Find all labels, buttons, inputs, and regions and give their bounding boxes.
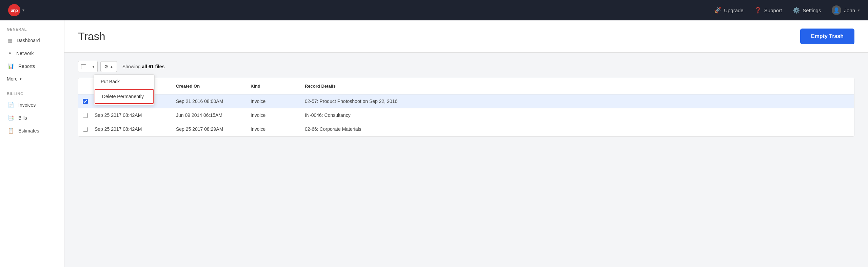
content-area: ▾ ⚙ ▲ Showing all 61 files Put Back Dele… (64, 53, 868, 145)
trash-table: Deleted Created On Kind Record Details S… (78, 78, 854, 137)
billing-section: BILLING 📄 Invoices 📑 Bills 📋 Estimates (0, 92, 64, 137)
table-row: Sep 25 2017 08:42AM Sep 25 2017 08:29AM … (78, 122, 854, 136)
reports-icon: 📊 (8, 63, 14, 69)
top-nav: anp ▾ 🚀 Upgrade ❓ Support ⚙️ Settings 👤 … (0, 0, 868, 20)
upgrade-label: Upgrade (724, 7, 744, 13)
table-row: Sep 25 2017 08:42AM Jun 09 2014 06:15AM … (78, 108, 854, 122)
gear-actions-button[interactable]: ⚙ ▲ (100, 61, 117, 72)
sidebar-item-dashboard[interactable]: ▦ Dashboard (0, 34, 64, 47)
page-header: Trash Empty Trash (64, 20, 868, 53)
row1-checkbox-cell[interactable] (78, 99, 92, 104)
row3-deleted: Sep 25 2017 08:42AM (92, 126, 173, 132)
actions-dropdown: Put Back Delete Permanently (94, 74, 155, 105)
invoices-icon: 📄 (8, 102, 14, 108)
row2-details: IN-0046: Consultancy (302, 112, 854, 118)
row1-created: Sep 21 2016 08:00AM (173, 99, 248, 104)
col-kind: Kind (248, 82, 302, 90)
table-header: Deleted Created On Kind Record Details (78, 78, 854, 94)
row2-deleted: Sep 25 2017 08:42AM (92, 112, 173, 118)
more-label: More (7, 76, 18, 82)
general-section-label: GENERAL (0, 27, 64, 34)
select-all-input[interactable] (81, 64, 86, 69)
more-chevron-icon: ▾ (20, 77, 22, 81)
row3-created: Sep 25 2017 08:29AM (173, 126, 248, 132)
row3-checkbox-cell[interactable] (78, 127, 92, 132)
user-menu[interactable]: 👤 John ▾ (832, 5, 860, 15)
support-icon: ❓ (754, 7, 762, 14)
user-name: John (844, 7, 855, 13)
gear-chevron-icon: ▲ (110, 65, 113, 69)
row1-kind: Invoice (248, 99, 302, 104)
row2-checkbox[interactable] (83, 113, 88, 118)
put-back-item[interactable]: Put Back (94, 75, 154, 88)
support-label: Support (764, 7, 782, 13)
row3-checkbox[interactable] (83, 127, 88, 132)
dashboard-icon: ▦ (8, 37, 13, 43)
col-checkbox (78, 82, 92, 90)
showing-text: Showing all 61 files (122, 64, 165, 69)
row2-checkbox-cell[interactable] (78, 113, 92, 118)
settings-nav-item[interactable]: ⚙️ Settings (793, 7, 821, 14)
layout: GENERAL ▦ Dashboard ✦ Network 📊 Reports … (0, 20, 868, 267)
sidebar-label-bills: Bills (18, 115, 27, 121)
row1-details: 02-57: Product Photoshoot on Sep 22, 201… (302, 99, 854, 104)
row1-checkbox[interactable] (83, 99, 88, 104)
estimates-icon: 📋 (8, 128, 14, 134)
settings-label: Settings (803, 7, 821, 13)
row2-created: Jun 09 2014 06:15AM (173, 112, 248, 118)
sidebar: GENERAL ▦ Dashboard ✦ Network 📊 Reports … (0, 20, 64, 267)
row3-kind: Invoice (248, 126, 302, 132)
upgrade-nav-item[interactable]: 🚀 Upgrade (714, 7, 744, 14)
table-row: Sep 25 2017 08:42AM Sep 21 2016 08:00AM … (78, 94, 854, 108)
logo-chevron-icon: ▾ (22, 8, 24, 13)
bills-icon: 📑 (8, 115, 14, 121)
sidebar-label-reports: Reports (18, 64, 35, 69)
logo-icon: anp (8, 4, 20, 16)
select-all-dropdown[interactable]: ▾ (89, 61, 97, 72)
user-chevron-icon: ▾ (858, 8, 860, 13)
row3-details: 02-66: Corporate Materials (302, 126, 854, 132)
select-all-checkbox-btn[interactable]: ▾ (78, 61, 98, 72)
sidebar-label-network: Network (16, 51, 34, 56)
upgrade-icon: 🚀 (714, 7, 721, 14)
sidebar-item-estimates[interactable]: 📋 Estimates (0, 124, 64, 137)
main-content: Trash Empty Trash ▾ ⚙ ▲ Showing all 61 f… (64, 20, 868, 267)
col-created: Created On (173, 82, 248, 90)
billing-section-label: BILLING (0, 92, 64, 99)
page-title: Trash (78, 30, 105, 43)
sidebar-item-network[interactable]: ✦ Network (0, 47, 64, 60)
user-avatar-icon: 👤 (832, 5, 841, 15)
sidebar-item-reports[interactable]: 📊 Reports (0, 60, 64, 73)
sidebar-more[interactable]: More ▾ (0, 73, 64, 85)
sidebar-label-invoices: Invoices (18, 102, 36, 108)
network-icon: ✦ (8, 50, 12, 56)
select-all-checkbox[interactable] (78, 61, 89, 72)
sidebar-label-dashboard: Dashboard (17, 38, 40, 43)
logo-area[interactable]: anp ▾ (8, 4, 24, 16)
support-nav-item[interactable]: ❓ Support (754, 7, 782, 14)
delete-permanently-item[interactable]: Delete Permanently (95, 89, 154, 104)
nav-items: 🚀 Upgrade ❓ Support ⚙️ Settings 👤 John ▾ (714, 5, 860, 15)
empty-trash-button[interactable]: Empty Trash (800, 29, 854, 44)
sidebar-item-bills[interactable]: 📑 Bills (0, 111, 64, 124)
gear-icon: ⚙ (104, 64, 108, 69)
row2-kind: Invoice (248, 112, 302, 118)
col-details: Record Details (302, 82, 854, 90)
toolbar: ▾ ⚙ ▲ Showing all 61 files Put Back Dele… (78, 61, 854, 72)
settings-icon: ⚙️ (793, 7, 800, 14)
sidebar-item-invoices[interactable]: 📄 Invoices (0, 99, 64, 111)
sidebar-label-estimates: Estimates (18, 128, 39, 134)
showing-count: all 61 files (142, 64, 165, 69)
